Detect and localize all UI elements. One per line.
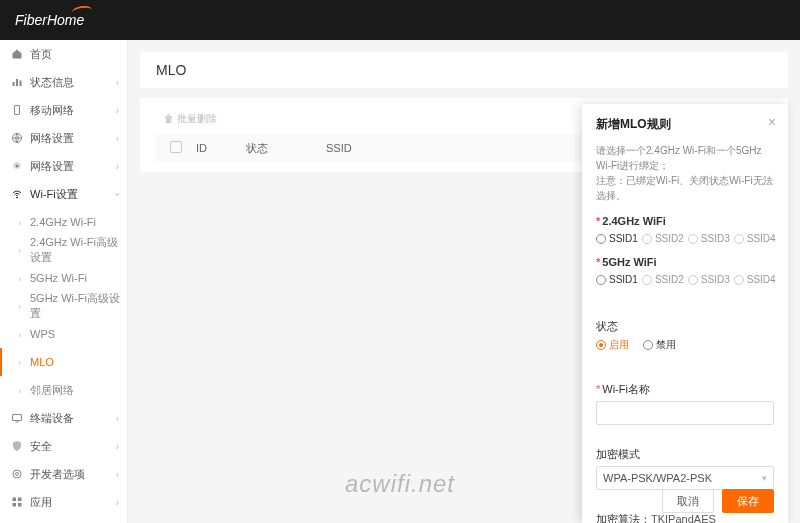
sidebar-item-network[interactable]: 网络设置 › xyxy=(0,124,127,152)
chevron-right-icon: › xyxy=(116,77,119,88)
sidebar-item-label: 网络设置 xyxy=(30,131,74,146)
brand-logo: FiberHome xyxy=(15,12,84,28)
encryption-mode-value: WPA-PSK/WPA2-PSK xyxy=(603,472,712,484)
encryption-mode-select[interactable]: WPA-PSK/WPA2-PSK ▾ xyxy=(596,466,774,490)
svg-rect-1 xyxy=(16,79,18,86)
sidebar-item-label: 安全 xyxy=(30,439,52,454)
svg-rect-12 xyxy=(13,503,17,507)
gear-icon xyxy=(10,159,24,173)
save-button[interactable]: 保存 xyxy=(722,489,774,513)
wifi-name-label: *Wi-Fi名称 xyxy=(596,382,774,397)
mobile-icon xyxy=(10,103,24,117)
chevron-right-icon: › xyxy=(116,133,119,144)
sidebar-sub-wps[interactable]: WPS xyxy=(0,320,127,348)
sidebar-item-wifi[interactable]: Wi-Fi设置 › xyxy=(0,180,127,208)
svg-point-8 xyxy=(16,473,19,476)
svg-rect-10 xyxy=(13,498,17,502)
sidebar-item-mobile[interactable]: 移动网络 › xyxy=(0,96,127,124)
svg-point-6 xyxy=(17,197,18,198)
close-icon[interactable]: × xyxy=(768,114,776,130)
section-24ghz-label: *2.4GHz WiFi xyxy=(596,215,774,227)
home-icon xyxy=(10,47,24,61)
sidebar-item-apps[interactable]: 应用 › xyxy=(0,488,127,516)
radio-24g-ssid1[interactable]: SSID1 xyxy=(596,233,638,244)
chart-icon xyxy=(10,75,24,89)
developer-icon xyxy=(10,467,24,481)
add-mlo-rule-modal: × 新增MLO规则 请选择一个2.4GHz Wi-Fi和一个5GHz Wi-Fi… xyxy=(582,104,788,523)
apps-icon xyxy=(10,495,24,509)
app-header: FiberHome xyxy=(0,0,800,40)
page-title-card: MLO xyxy=(140,52,788,88)
device-icon xyxy=(10,411,24,425)
page-title: MLO xyxy=(156,62,772,78)
chevron-right-icon: › xyxy=(116,497,119,508)
sidebar-item-label: 开发者选项 xyxy=(30,467,85,482)
sidebar-item-developer[interactable]: 开发者选项 › xyxy=(0,460,127,488)
sidebar-item-terminal[interactable]: 终端设备 › xyxy=(0,404,127,432)
sidebar-sub-24g-adv[interactable]: 2.4GHz Wi-Fi高级设置 xyxy=(0,236,127,264)
wifi-name-input[interactable] xyxy=(596,401,774,425)
shield-icon xyxy=(10,439,24,453)
svg-rect-11 xyxy=(18,498,22,502)
encryption-mode-label: 加密模式 xyxy=(596,447,774,462)
radio-group-24ghz: SSID1 SSID2 SSID3 SSID4 xyxy=(596,233,774,244)
radio-group-status: 启用 禁用 xyxy=(596,338,774,352)
chevron-right-icon: › xyxy=(116,469,119,480)
sidebar-item-label: 终端设备 xyxy=(30,411,74,426)
sidebar-item-security[interactable]: 安全 › xyxy=(0,432,127,460)
chevron-right-icon: › xyxy=(116,105,119,116)
encryption-algo-label: 加密算法：TKIPandAES xyxy=(596,512,774,523)
radio-5g-ssid3: SSID3 xyxy=(688,274,730,285)
sidebar-item-label: 应用 xyxy=(30,495,52,510)
sidebar-sub-24g[interactable]: 2.4GHz Wi-Fi xyxy=(0,208,127,236)
svg-rect-2 xyxy=(20,81,22,87)
sidebar-sub-neighbor[interactable]: 邻居网络 xyxy=(0,376,127,404)
modal-actions: 取消 保存 xyxy=(662,489,774,513)
network-icon xyxy=(10,131,24,145)
sidebar-sub-5g[interactable]: 5GHz Wi-Fi xyxy=(0,264,127,292)
svg-rect-7 xyxy=(13,415,22,421)
svg-rect-3 xyxy=(15,106,20,115)
chevron-right-icon: › xyxy=(116,161,119,172)
radio-5g-ssid2: SSID2 xyxy=(642,274,684,285)
wifi-icon xyxy=(10,187,24,201)
sidebar-item-label: 首页 xyxy=(30,47,52,62)
radio-status-disable[interactable]: 禁用 xyxy=(643,338,676,352)
status-label: 状态 xyxy=(596,319,774,334)
chevron-right-icon: › xyxy=(116,413,119,424)
section-5ghz-label: *5GHz WiFi xyxy=(596,256,774,268)
sidebar-item-netset[interactable]: 网络设置 › xyxy=(0,152,127,180)
chevron-right-icon: › xyxy=(116,441,119,452)
table-col-id: ID xyxy=(196,142,246,154)
modal-description: 请选择一个2.4GHz Wi-Fi和一个5GHz Wi-Fi进行绑定； 注意：已… xyxy=(596,143,774,203)
radio-status-enable[interactable]: 启用 xyxy=(596,338,629,352)
sidebar-sub-mlo[interactable]: MLO xyxy=(0,348,127,376)
radio-24g-ssid3: SSID3 xyxy=(688,233,730,244)
radio-group-5ghz: SSID1 SSID2 SSID3 SSID4 xyxy=(596,274,774,285)
table-check-all[interactable] xyxy=(156,141,196,155)
sidebar-item-label: 移动网络 xyxy=(30,103,74,118)
sidebar-item-label: 状态信息 xyxy=(30,75,74,90)
svg-point-9 xyxy=(13,470,21,478)
chevron-down-icon: › xyxy=(112,192,123,195)
svg-rect-0 xyxy=(13,82,15,86)
radio-5g-ssid1[interactable]: SSID1 xyxy=(596,274,638,285)
cancel-button[interactable]: 取消 xyxy=(662,489,714,513)
chevron-down-icon: ▾ xyxy=(762,473,767,483)
sidebar-sub-5g-adv[interactable]: 5GHz Wi-Fi高级设置 xyxy=(0,292,127,320)
svg-rect-13 xyxy=(18,503,22,507)
encryption-algo-value: TKIPandAES xyxy=(651,513,716,523)
sidebar: 首页 状态信息 › 移动网络 › 网络设置 › 网络设置 › Wi-Fi设置 ›… xyxy=(0,40,128,523)
modal-title: 新增MLO规则 xyxy=(596,116,774,133)
sidebar-item-home[interactable]: 首页 xyxy=(0,40,127,68)
radio-24g-ssid4: SSID4 xyxy=(734,233,776,244)
sidebar-item-label: 网络设置 xyxy=(30,159,74,174)
sidebar-item-status[interactable]: 状态信息 › xyxy=(0,68,127,96)
table-col-status: 状态 xyxy=(246,141,326,156)
radio-5g-ssid4: SSID4 xyxy=(734,274,776,285)
radio-24g-ssid2: SSID2 xyxy=(642,233,684,244)
sidebar-item-label: Wi-Fi设置 xyxy=(30,187,78,202)
